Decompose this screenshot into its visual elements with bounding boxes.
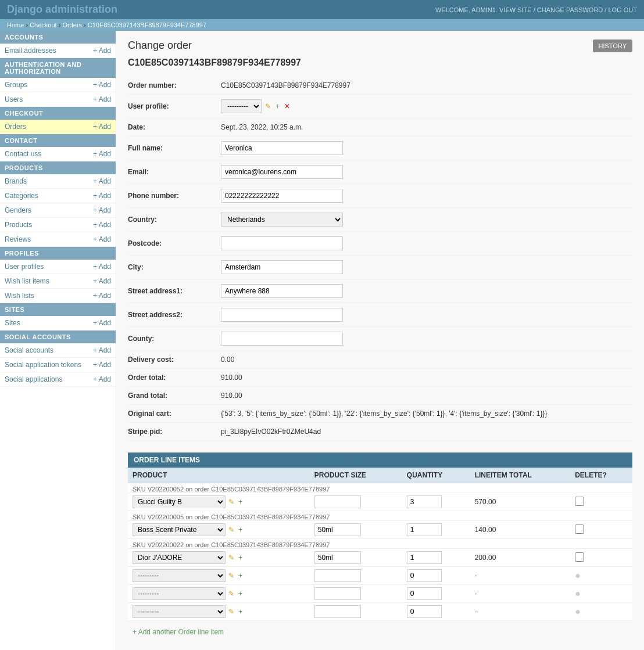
postcode-input[interactable] [221, 236, 343, 250]
sidebar-link-products[interactable]: Products [5, 221, 32, 229]
breadcrumb-current: C10E85C0397143BF89879F934E778997 [88, 21, 206, 28]
sidebar-add-email-addresses[interactable]: + Add [93, 46, 111, 55]
size-input-1[interactable] [314, 523, 361, 536]
sidebar-link-sites[interactable]: Sites [5, 319, 20, 327]
sidebar-link-social-application-tokens[interactable]: Social application tokens [5, 361, 81, 369]
sidebar-link-categories[interactable]: Categories [5, 192, 38, 200]
postcode-label: Postcode: [128, 239, 221, 247]
sidebar-add-social-accounts[interactable]: + Add [93, 346, 111, 354]
qty-input-0[interactable] [407, 495, 442, 508]
sidebar-link-orders[interactable]: Orders [5, 123, 26, 131]
qty-cell-1 [402, 521, 470, 539]
qty-input-3[interactable] [407, 569, 442, 582]
remove-row-btn-4[interactable]: ● [575, 588, 581, 599]
sidebar-add-social-applications[interactable]: + Add [93, 375, 111, 383]
product-add-0[interactable]: + [237, 498, 244, 506]
size-input-3[interactable] [314, 569, 361, 582]
logout-link[interactable]: LOG OUT [608, 6, 637, 13]
sidebar-link-social-accounts[interactable]: Social accounts [5, 346, 53, 354]
street-address1-input[interactable] [221, 284, 343, 298]
user-profile-select[interactable]: --------- [221, 99, 262, 113]
sidebar-section-profiles: PROFILES User profiles + Add Wish list i… [0, 247, 116, 303]
product-edit-1[interactable]: ✎ [227, 526, 235, 534]
user-profile-add-btn[interactable]: + [274, 102, 281, 110]
sidebar-item-reviews: Reviews + Add [0, 232, 116, 247]
sidebar-link-user-profiles[interactable]: User profiles [5, 263, 44, 271]
sidebar-link-wish-lists[interactable]: Wish lists [5, 292, 34, 300]
sidebar-link-users[interactable]: Users [5, 95, 23, 103]
sidebar-add-groups[interactable]: + Add [93, 81, 111, 89]
sidebar-add-orders[interactable]: + Add [93, 123, 111, 131]
sidebar-add-wish-lists[interactable]: + Add [93, 292, 111, 300]
sidebar-link-brands[interactable]: Brands [5, 177, 27, 185]
total-cell-1: 140.00 [470, 521, 571, 539]
add-another-link[interactable]: + Add another Order line item [128, 626, 228, 638]
size-input-2[interactable] [314, 551, 361, 564]
qty-input-2[interactable] [407, 551, 442, 564]
phone-number-input[interactable] [221, 189, 343, 203]
product-edit-3[interactable]: ✎ [227, 572, 235, 580]
breadcrumb-orders[interactable]: Orders [62, 21, 82, 28]
product-select-0[interactable]: --------- Gucci Guilty B Boss Scent Priv… [133, 495, 226, 508]
product-select-5[interactable]: --------- Gucci Guilty B Boss Scent Priv… [133, 605, 226, 618]
qty-input-4[interactable] [407, 587, 442, 600]
size-input-0[interactable] [314, 495, 361, 508]
sidebar-add-brands[interactable]: + Add [93, 177, 111, 185]
breadcrumb-checkout[interactable]: Checkout [30, 21, 56, 28]
user-profile-delete-btn[interactable]: ✕ [283, 102, 291, 110]
delete-checkbox-1[interactable] [575, 525, 584, 534]
sidebar-add-contact-uss[interactable]: + Add [93, 150, 111, 158]
product-add-4[interactable]: + [237, 590, 244, 598]
sidebar-add-reviews[interactable]: + Add [93, 235, 111, 243]
sidebar-link-contact-uss[interactable]: Contact uss [5, 150, 41, 158]
sidebar-link-reviews[interactable]: Reviews [5, 235, 31, 243]
delete-checkbox-0[interactable] [575, 497, 584, 506]
sidebar-link-email-addresses[interactable]: Email addresses [5, 46, 56, 55]
sidebar-add-wish-list-items[interactable]: + Add [93, 277, 111, 285]
product-add-5[interactable]: + [237, 608, 244, 616]
product-add-1[interactable]: + [237, 526, 244, 534]
county-input[interactable] [221, 332, 343, 346]
breadcrumb-home[interactable]: Home [7, 21, 24, 28]
country-select[interactable]: Netherlands United Kingdom United States… [221, 213, 343, 227]
qty-input-1[interactable] [407, 523, 442, 536]
street-address2-input[interactable] [221, 308, 343, 322]
sidebar-add-products[interactable]: + Add [93, 221, 111, 229]
remove-row-btn-3[interactable]: ● [575, 570, 581, 581]
user-profile-edit-btn[interactable]: ✎ [264, 102, 272, 110]
delete-checkbox-2[interactable] [575, 552, 584, 562]
remove-row-btn-5[interactable]: ● [575, 606, 581, 617]
product-edit-5[interactable]: ✎ [227, 608, 235, 616]
product-edit-2[interactable]: ✎ [227, 554, 235, 562]
size-input-5[interactable] [314, 605, 361, 618]
sidebar-add-users[interactable]: + Add [93, 95, 111, 103]
product-edit-4[interactable]: ✎ [227, 590, 235, 598]
email-input[interactable] [221, 165, 343, 179]
sidebar-link-social-applications[interactable]: Social applications [5, 375, 62, 383]
product-select-2[interactable]: --------- Gucci Guilty B Boss Scent Priv… [133, 551, 226, 564]
product-select-4[interactable]: --------- Gucci Guilty B Boss Scent Priv… [133, 587, 226, 600]
sidebar-link-genders[interactable]: Genders [5, 206, 31, 214]
size-input-4[interactable] [314, 587, 361, 600]
sidebar-link-groups[interactable]: Groups [5, 81, 27, 89]
sidebar-link-wish-list-items[interactable]: Wish list items [5, 277, 49, 285]
full-name-input[interactable] [221, 141, 343, 155]
history-button[interactable]: HISTORY [593, 39, 633, 52]
product-select-3[interactable]: --------- Gucci Guilty B Boss Scent Priv… [133, 569, 226, 582]
product-select-1[interactable]: --------- Gucci Guilty B Boss Scent Priv… [133, 523, 226, 536]
product-add-3[interactable]: + [237, 572, 244, 580]
brand-link[interactable]: Django administration [7, 3, 117, 15]
product-add-2[interactable]: + [237, 554, 244, 562]
qty-input-5[interactable] [407, 605, 442, 618]
city-input[interactable] [221, 260, 343, 274]
product-edit-0[interactable]: ✎ [227, 498, 235, 506]
sidebar-add-user-profiles[interactable]: + Add [93, 263, 111, 271]
sidebar-add-sites[interactable]: + Add [93, 319, 111, 327]
sidebar-add-genders[interactable]: + Add [93, 206, 111, 214]
qty-cell-5 [402, 603, 470, 621]
form-row-street2: Street address2: [128, 303, 632, 327]
change-password-link[interactable]: CHANGE PASSWORD [537, 6, 603, 13]
sidebar-add-social-application-tokens[interactable]: + Add [93, 361, 111, 369]
sidebar-add-categories[interactable]: + Add [93, 192, 111, 200]
view-site-link[interactable]: VIEW SITE [499, 6, 532, 13]
